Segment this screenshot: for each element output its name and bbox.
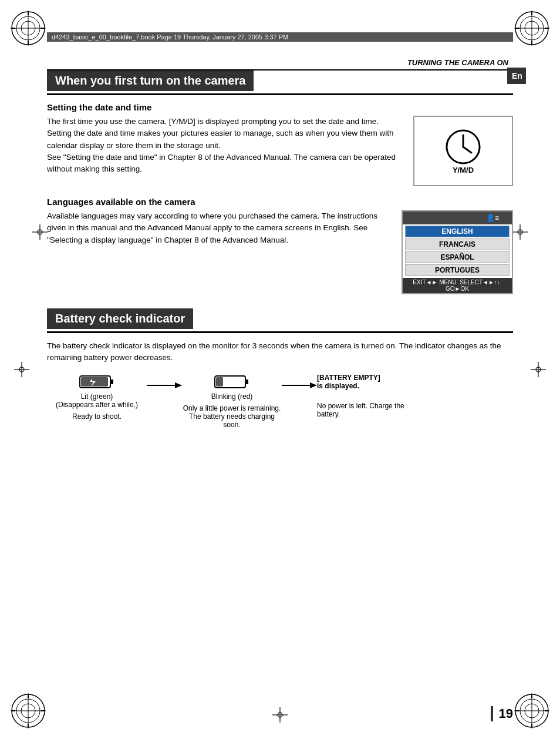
battery-state-3: [BATTERY EMPTY]is displayed. No power is… (317, 374, 429, 418)
lang-footer: EXIT◄► MENU SELECT◄►↑↓ GO►OK (403, 278, 512, 293)
battery-arrow-1 (147, 374, 182, 391)
battery-state-2-label: Blinking (red) (211, 392, 253, 401)
date-time-image-col: Y/M/D (413, 116, 513, 186)
arrow-icon-2 (282, 379, 317, 391)
languages-text-col: Available languages may vary according t… (47, 210, 390, 246)
corner-decoration-br (514, 693, 549, 728)
lang-option-francais: FRANCAIS (405, 239, 510, 250)
battery-state-1-label: Lit (green)(Disappears after a while.) (56, 392, 138, 409)
svg-text:👤≡: 👤≡ (486, 213, 499, 222)
section-header: TURNING THE CAMERA ON (47, 56, 513, 70)
battery-state-2: Blinking (red) Only a little power is re… (182, 374, 282, 429)
crosshair-mid-right (512, 224, 528, 240)
corner-decoration-tl (11, 11, 46, 46)
date-time-paragraph: The first time you use the camera, [Y/M/… (47, 116, 402, 175)
languages-paragraph: Available languages may vary according t… (47, 210, 390, 246)
crosshair-mid-left (32, 224, 48, 240)
date-time-text-col: The first time you use the camera, [Y/M/… (47, 116, 402, 175)
languages-image-col: 👤≡ ENGLISH FRANCAIS ESPAÑOL PORTUGUES EX… (402, 210, 513, 294)
crosshair-right (531, 362, 546, 377)
battery-section-header-row: Battery check indicator (47, 308, 513, 333)
first-section-title: When you first turn on the camera (47, 70, 254, 91)
svg-rect-56 (110, 379, 113, 384)
battery-state-2-desc: Only a little power is remaining. The ba… (182, 404, 282, 429)
clock-icon (444, 128, 482, 166)
date-time-section: Setting the date and time The first time… (47, 102, 513, 186)
battery-state-3-label: [BATTERY EMPTY]is displayed. (317, 374, 380, 390)
svg-line-53 (463, 147, 471, 153)
battery-state-1: Lit (green)(Disappears after a while.) R… (47, 374, 147, 421)
battery-state-3-desc: No power is left. Charge the battery. (317, 402, 429, 418)
corner-decoration-tr (514, 11, 549, 46)
corner-decoration-bl (11, 693, 46, 728)
battery-state-1-desc: Ready to shoot. (72, 412, 122, 421)
svg-rect-61 (245, 379, 248, 384)
language-screen: 👤≡ ENGLISH FRANCAIS ESPAÑOL PORTUGUES EX… (402, 210, 513, 294)
svg-marker-59 (175, 382, 182, 388)
battery-icon-full (79, 374, 114, 390)
lang-option-english: ENGLISH (405, 226, 510, 237)
battery-icon-low (214, 374, 249, 390)
battery-section: Battery check indicator The battery chec… (47, 308, 513, 429)
battery-section-title: Battery check indicator (47, 308, 193, 329)
battery-arrow-2 (282, 374, 317, 391)
date-time-heading: Setting the date and time (47, 102, 513, 112)
file-info-bar: d4243_basic_e_00_bookfile_7.book Page 19… (47, 32, 513, 42)
crosshair-left (14, 362, 29, 377)
battery-diagram: Lit (green)(Disappears after a while.) R… (47, 374, 513, 429)
page-number: 19 (491, 706, 513, 721)
lang-option-portugues: PORTUGUES (405, 264, 510, 276)
languages-section: Languages available on the camera Availa… (47, 197, 513, 294)
crosshair-bottom (272, 707, 288, 723)
battery-description: The battery check indicator is displayed… (47, 340, 513, 364)
file-info-text: d4243_basic_e_00_bookfile_7.book Page 19… (52, 33, 288, 41)
languages-content: Available languages may vary according t… (47, 210, 513, 294)
languages-heading: Languages available on the camera (47, 197, 513, 207)
main-content: When you first turn on the camera Settin… (47, 70, 513, 692)
arrow-icon-1 (147, 379, 182, 391)
ymd-label: Y/M/D (453, 166, 474, 174)
svg-marker-64 (310, 382, 317, 388)
svg-rect-62 (216, 377, 223, 387)
date-time-content: The first time you use the camera, [Y/M/… (47, 116, 513, 186)
ymd-screen: Y/M/D (413, 116, 513, 186)
lang-title-icon: 👤≡ (485, 213, 508, 222)
lang-option-espanol: ESPAÑOL (405, 251, 510, 263)
lang-screen-title: 👤≡ (403, 211, 512, 224)
first-section-header-row: When you first turn on the camera (47, 70, 513, 95)
section-header-text: TURNING THE CAMERA ON (407, 58, 508, 67)
